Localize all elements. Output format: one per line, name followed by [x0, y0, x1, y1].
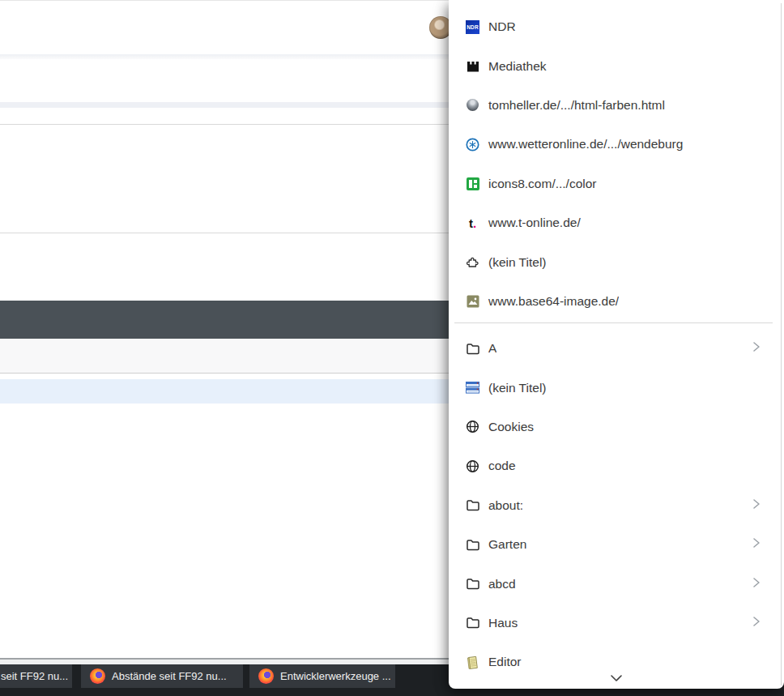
- globe-icon: [466, 420, 479, 433]
- bookmark-folder-item[interactable]: A: [449, 329, 784, 368]
- submenu-chevron: [752, 537, 761, 552]
- bookmark-folder-item[interactable]: about:: [449, 486, 784, 525]
- bookmark-label: code: [488, 459, 516, 473]
- submenu-chevron: [752, 498, 761, 513]
- firefox-icon: [258, 668, 274, 684]
- wetteronline-favicon: [466, 138, 479, 152]
- submenu-chevron: [752, 616, 761, 630]
- bookmark-label: about:: [488, 498, 523, 513]
- bookmark-folder-item[interactable]: Garten: [449, 525, 784, 564]
- bookmark-label: tomheller.de/.../html-farben.html: [488, 98, 665, 113]
- bookmark-item[interactable]: Mediathek: [449, 46, 784, 85]
- bookmark-item[interactable]: www.wetteronline.de/.../wendeburg: [449, 125, 784, 164]
- bookmark-label: (kein Titel): [488, 255, 547, 270]
- bookmark-label: www.wetteronline.de/.../wendeburg: [488, 137, 683, 152]
- bookmarks-dropdown-menu: NDRNDR Mediathektomheller.de/.../html-fa…: [449, 0, 784, 689]
- folder-icon: [466, 577, 479, 591]
- folder-icon: [466, 616, 479, 630]
- bookmark-label: NDR: [488, 19, 516, 34]
- bookmark-item[interactable]: tomheller.de/.../html-farben.html: [449, 86, 784, 125]
- bookmark-label: (kein Titel): [488, 381, 547, 395]
- chevron-right-icon: [752, 616, 761, 627]
- bookmark-label: www.t-online.de/: [488, 216, 581, 230]
- firefox-icon: [90, 668, 105, 684]
- t-online-favicon: t.: [466, 216, 479, 230]
- chevron-right-icon: [752, 498, 761, 510]
- folder-icon: [466, 342, 479, 356]
- bookmark-label: abcd: [488, 577, 516, 591]
- bookmark-label: Mediathek: [488, 59, 547, 74]
- chevron-down-icon: [610, 674, 623, 682]
- taskbar-button-label: seit FF92 nu...: [1, 670, 68, 682]
- bookmark-item[interactable]: (kein Titel): [449, 242, 784, 281]
- mediathek-logo-icon: [466, 59, 479, 73]
- gray-sphere-favicon: [466, 98, 479, 112]
- bookmark-label: Cookies: [488, 420, 534, 434]
- bookmark-folder-item[interactable]: Cookies: [449, 408, 784, 446]
- chevron-right-icon: [752, 537, 761, 549]
- ndr-logo-icon: NDR: [466, 20, 479, 34]
- taskbar-window-button[interactable]: Entwicklerwerkzeuge ...: [249, 664, 395, 688]
- bookmark-folder-item[interactable]: (kein Titel): [449, 368, 784, 407]
- menu-right-edge: [781, 3, 782, 685]
- image-favicon: [466, 294, 479, 308]
- folder-icon: [466, 538, 479, 552]
- bookmark-item[interactable]: www.base64-image.de/: [449, 282, 784, 321]
- bookmark-folder-item[interactable]: Haus: [449, 604, 784, 643]
- scroll-down-button[interactable]: [607, 672, 626, 685]
- submenu-chevron: [752, 577, 761, 591]
- chevron-right-icon: [752, 341, 761, 352]
- notepad-icon: [466, 655, 479, 669]
- bookmark-folders-list: A (kein Titel) Cookies code about: Garte…: [449, 329, 784, 682]
- folder-icon: [466, 498, 479, 512]
- bookmark-item[interactable]: NDRNDR: [449, 7, 784, 46]
- menu-divider: [454, 322, 773, 323]
- icons8-favicon: [466, 177, 479, 190]
- bookmark-label: www.base64-image.de/: [488, 294, 619, 309]
- taskbar-window-button[interactable]: Abstände seit FF92 nu...: [81, 664, 243, 688]
- bookmark-label: A: [488, 341, 496, 356]
- submenu-chevron: [752, 341, 761, 356]
- puzzle-icon: [466, 255, 479, 269]
- bookmark-label: Haus: [488, 616, 518, 630]
- bookmark-label: icons8.com/.../color: [488, 177, 597, 191]
- taskbar-button-label: Entwicklerwerkzeuge ...: [280, 670, 391, 682]
- bookmark-folder-item[interactable]: abcd: [449, 564, 784, 603]
- globe-icon: [466, 459, 479, 473]
- taskbar-window-button[interactable]: seit FF92 nu...: [0, 664, 72, 688]
- bookmark-folder-item[interactable]: code: [449, 446, 784, 485]
- chevron-right-icon: [752, 577, 761, 588]
- bookmarks-list: NDRNDR Mediathektomheller.de/.../html-fa…: [449, 7, 784, 321]
- bookmark-item[interactable]: t.www.t-online.de/: [449, 203, 784, 242]
- striped-window-favicon: [466, 381, 479, 395]
- bookmark-label: Editor: [488, 655, 522, 669]
- bookmark-item[interactable]: icons8.com/.../color: [449, 164, 784, 203]
- taskbar-button-label: Abstände seit FF92 nu...: [112, 670, 227, 682]
- bookmark-label: Garten: [488, 537, 526, 552]
- screenshot-root: seit FF92 nu... Abstände seit FF92 nu...…: [0, 0, 784, 696]
